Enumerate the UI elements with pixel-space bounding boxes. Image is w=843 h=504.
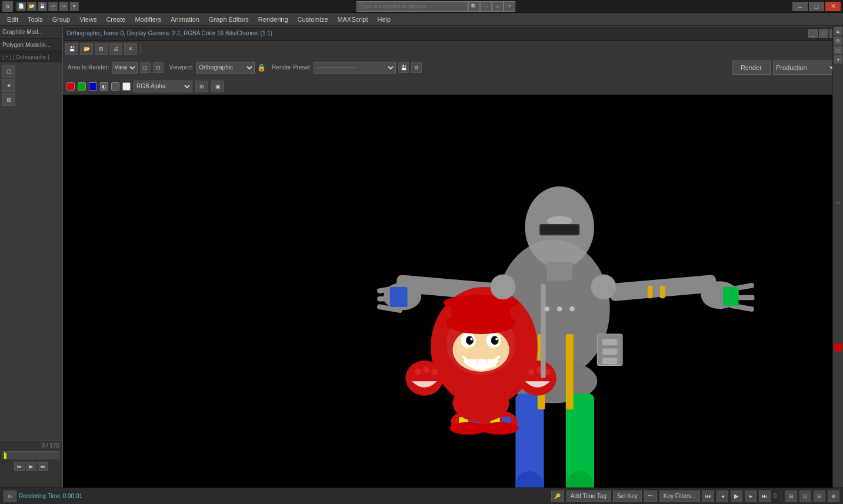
redo-icon[interactable]: ↪ — [59, 2, 68, 11]
svg-rect-9 — [723, 287, 739, 306]
transport-next-btn[interactable]: ▸ — [745, 490, 757, 502]
menu-item-views[interactable]: Views — [75, 15, 101, 24]
render-preset-select[interactable]: -------------------- — [314, 62, 396, 74]
viewport-select[interactable]: Orthographic — [196, 62, 255, 74]
wave-icon-btn[interactable]: 〜 — [644, 490, 657, 502]
titlebar-left: S 📄 📂 💾 ↩ ↪ ▾ — [2, 1, 79, 12]
rw-minimize-btn[interactable]: _ — [808, 29, 818, 38]
menu-item-edit[interactable]: Edit — [2, 15, 23, 24]
frame-counter: 0 / 170 — [0, 441, 62, 450]
svg-point-66 — [545, 306, 550, 312]
play-btn[interactable]: ▶ — [26, 462, 36, 471]
graphite-modeler-tab[interactable]: Graphite Mod... — [0, 26, 62, 39]
svg-rect-34 — [468, 359, 477, 367]
save-preset-btn[interactable]: 💾 — [398, 62, 409, 73]
status-extra3[interactable]: ⊟ — [814, 490, 825, 502]
status-icon-btn[interactable]: ⊙ — [4, 490, 16, 502]
render-button[interactable]: Render — [732, 61, 771, 75]
white-channel-dot[interactable] — [122, 82, 131, 91]
half-circle-btn[interactable]: ◐ — [100, 82, 108, 91]
rsb-tool2[interactable]: ◻ — [834, 46, 842, 54]
key-icon-btn[interactable]: 🔑 — [551, 490, 564, 502]
search-icon-btn[interactable]: 🔍 — [468, 1, 480, 12]
menu-item-graph-editors[interactable]: Graph Editors — [204, 15, 254, 24]
open-icon[interactable]: 📂 — [27, 2, 36, 11]
production-select[interactable]: Production — [773, 61, 838, 75]
status-extra2[interactable]: ⊡ — [799, 490, 811, 502]
render-window-title: Orthographic, frame 0, Display Gamma: 2.… — [66, 30, 272, 36]
tool-icon-1[interactable]: ⬡ — [2, 65, 15, 78]
tool-icon-2[interactable]: ✦ — [2, 79, 15, 92]
open-render-btn[interactable]: 📂 — [80, 43, 93, 55]
view-mode-btn1[interactable]: ⊞ — [195, 81, 208, 92]
settings-preset-btn[interactable]: ⚙ — [411, 62, 422, 73]
animation-area: 0 / 170 ⏮ ▶ ⏭ — [0, 440, 62, 488]
toolbar-sep1 — [140, 44, 141, 54]
search-input[interactable] — [356, 1, 468, 12]
set-key-btn[interactable]: Set Key — [613, 490, 642, 502]
red-channel-dot[interactable] — [66, 82, 75, 91]
more-tools-icon[interactable]: ▾ — [69, 2, 79, 11]
area-render-btn1[interactable]: ◫ — [140, 62, 151, 73]
left-col-tools: ⬡ ✦ ⊞ — [0, 62, 62, 440]
more-search-btn[interactable]: ⋯ — [480, 1, 492, 12]
svg-point-68 — [569, 306, 575, 312]
delete-render-btn[interactable]: ✕ — [124, 43, 137, 55]
next-frame-btn[interactable]: ⏭ — [38, 462, 48, 471]
menu-item-create[interactable]: Create — [101, 15, 130, 24]
svg-rect-36 — [487, 359, 496, 367]
menu-item-group[interactable]: Group — [48, 15, 75, 24]
rsb-tool1[interactable]: ⊕ — [834, 36, 842, 45]
add-time-tag-btn[interactable]: Add Time Tag — [567, 490, 611, 502]
rw-maximize-btn[interactable]: □ — [819, 29, 828, 38]
star-icon-btn[interactable]: ☆ — [492, 1, 504, 12]
menu-item-customize[interactable]: Customize — [293, 15, 333, 24]
status-extra1[interactable]: ⊞ — [785, 490, 797, 502]
green-channel-dot[interactable] — [78, 82, 86, 91]
svg-point-65 — [491, 275, 516, 300]
area-render-btn2[interactable]: ⊡ — [153, 62, 164, 73]
transport-prev-btn[interactable]: ◂ — [717, 490, 728, 502]
menu-item-maxscript[interactable]: MAXScript — [333, 15, 373, 24]
menu-item-rendering[interactable]: Rendering — [254, 15, 293, 24]
animation-track[interactable] — [2, 451, 59, 459]
menu-item-tools[interactable]: Tools — [23, 15, 48, 24]
svg-point-62 — [453, 385, 509, 422]
transport-play-btn[interactable]: ▶ — [731, 490, 742, 502]
prev-frame-btn[interactable]: ⏮ — [14, 462, 25, 471]
svg-point-51 — [528, 369, 535, 375]
close-button[interactable]: ✕ — [825, 2, 841, 11]
print-render-btn[interactable]: 🖨 — [109, 43, 122, 55]
render-window: Orthographic, frame 0, Display Gamma: 2.… — [62, 26, 843, 492]
clone-render-btn[interactable]: ⊞ — [95, 43, 108, 55]
svg-rect-63 — [541, 284, 546, 378]
new-icon[interactable]: 📄 — [16, 2, 26, 11]
menu-item-help[interactable]: Help — [373, 15, 396, 24]
blue-channel-dot[interactable] — [89, 82, 97, 91]
transport-end-btn[interactable]: ⏭ — [759, 490, 771, 502]
area-to-render-select[interactable]: View — [112, 62, 138, 74]
channel-select[interactable]: RGB Alpha — [134, 81, 192, 92]
gray-channel-dot[interactable] — [111, 82, 119, 91]
save-render-btn[interactable]: 💾 — [65, 43, 78, 55]
save-icon[interactable]: 💾 — [38, 2, 47, 11]
svg-rect-28 — [602, 339, 618, 346]
svg-point-47 — [415, 369, 421, 375]
key-filters-btn[interactable]: Key Filters... — [659, 490, 701, 502]
undo-icon[interactable]: ↩ — [48, 2, 58, 11]
transport-start-btn[interactable]: ⏮ — [702, 490, 714, 502]
lock-icon: 🔒 — [257, 64, 266, 72]
menu-item-animation[interactable]: Animation — [166, 15, 204, 24]
view-mode-btn2[interactable]: ▣ — [211, 81, 224, 92]
help-icon-btn[interactable]: ? — [504, 1, 515, 12]
maximize-button[interactable]: □ — [809, 2, 824, 11]
svg-rect-15 — [390, 287, 408, 307]
tool-icon-3[interactable]: ⊞ — [2, 93, 15, 106]
menu-item-modifiers[interactable]: Modifiers — [130, 15, 166, 24]
rsb-arrow-up[interactable]: ▲ — [834, 27, 842, 35]
rsb-dropdown[interactable]: ▾ — [834, 55, 842, 64]
polygon-modeling-tab[interactable]: Polygon Modelin... — [0, 39, 62, 52]
status-extra4[interactable]: ⊕ — [828, 490, 839, 502]
minimize-button[interactable]: – — [792, 2, 808, 11]
menubar: Edit Tools Group Views Create Modifiers … — [0, 13, 843, 26]
